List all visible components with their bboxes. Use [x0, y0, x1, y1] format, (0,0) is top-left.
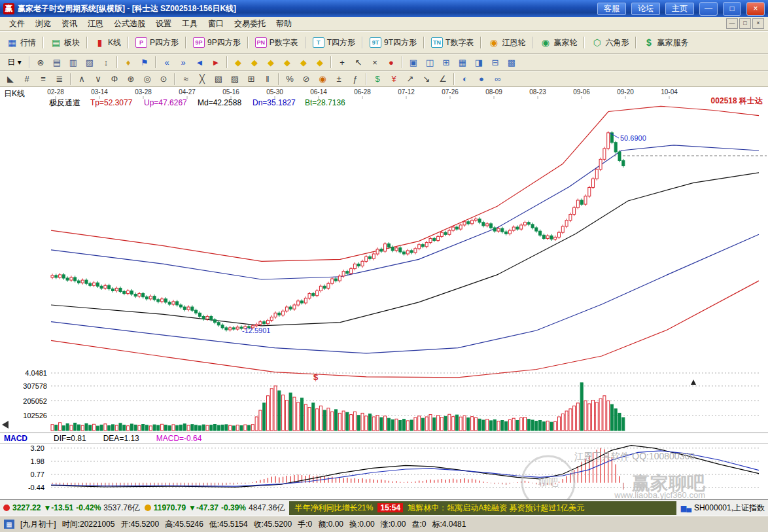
table-icon[interactable]: ▥ [65, 55, 81, 69]
rewind-icon[interactable]: « [159, 55, 175, 69]
ratio-tool-icon[interactable]: ⊘ [298, 72, 314, 86]
panel-icon[interactable]: ⊟ [487, 55, 503, 69]
toolbar-button-T四方形[interactable]: TT四方形 [309, 35, 359, 50]
percent-tool-icon[interactable]: % [282, 72, 298, 86]
toolbar-button-六角形[interactable]: ⬡六角形 [587, 35, 633, 50]
menu-item-0[interactable]: 文件 [4, 17, 30, 31]
gann-diamond-5-icon[interactable]: ◆ [296, 55, 311, 69]
parallel-lines-icon[interactable]: ‖ [260, 72, 275, 86]
formula-icon[interactable]: ƒ [347, 72, 363, 86]
toolbar-button-9P四方形[interactable]: 9P9P四方形 [189, 35, 245, 50]
macd-dif-value: DIF=0.81 [54, 434, 86, 443]
toolbar-button-P四方形[interactable]: PP四方形 [131, 35, 183, 50]
memo-icon[interactable]: ▤ [49, 55, 65, 69]
new-window-icon[interactable]: ▣ [406, 55, 421, 69]
index-shanghai[interactable]: 3227.22 ▼-13.51 -0.42% 3537.76亿 [3, 503, 140, 514]
shade-tool-icon[interactable]: ▧ [211, 72, 226, 86]
pointer-icon[interactable]: ↖ [351, 55, 366, 69]
grid-window-icon[interactable]: ⊞ [438, 55, 454, 69]
menu-item-3[interactable]: 江恩 [82, 17, 109, 31]
forward-icon[interactable]: » [175, 55, 191, 69]
compass-icon[interactable]: ⊗ [33, 55, 48, 69]
uptrend-line-icon[interactable]: ↗ [402, 72, 418, 86]
toolbar-button-赢家服务[interactable]: $赢家服务 [639, 35, 692, 50]
target-tool-icon[interactable]: ◉ [315, 72, 330, 86]
wave-tool-icon[interactable]: ≈ [178, 72, 194, 86]
cross-lines-icon[interactable]: ╳ [194, 72, 210, 86]
minimize-button[interactable]: — [699, 2, 718, 16]
hline-tool-icon[interactable]: ≡ [35, 72, 51, 86]
fan-tool-icon[interactable]: ≣ [52, 72, 67, 86]
half-cycle-icon[interactable]: ◐ [457, 72, 473, 86]
menu-item-5[interactable]: 设置 [150, 17, 177, 31]
customer-service-button[interactable]: 客服 [597, 3, 626, 15]
toolbar-button-9T四方形[interactable]: 9T9T四方形 [366, 35, 421, 50]
angle-tool-icon[interactable]: ◣ [3, 72, 18, 86]
theme-icon[interactable]: ▩ [504, 55, 519, 69]
svg-text:09-20: 09-20 [617, 88, 634, 96]
gann-diamond-6-icon[interactable]: ◆ [312, 55, 328, 69]
peak-tool-icon[interactable]: ∧ [74, 72, 90, 86]
plus-minus-icon[interactable]: ± [331, 72, 347, 86]
gann-diamond-3-icon[interactable]: ◆ [263, 55, 279, 69]
forum-button[interactable]: 论坛 [631, 3, 660, 15]
toolbar-button-K线[interactable]: ▮K线 [90, 35, 125, 50]
gann-diamond-4-icon[interactable]: ◆ [279, 55, 295, 69]
cycle-circle-icon[interactable]: ⊕ [123, 72, 139, 86]
menu-item-6[interactable]: 工具 [177, 17, 203, 31]
menu-item-7[interactable]: 窗口 [203, 17, 229, 31]
homepage-button[interactable]: 主页 [665, 3, 694, 15]
downtrend-line-icon[interactable]: ↘ [419, 72, 434, 86]
menu-item-1[interactable]: 浏览 [30, 17, 56, 31]
box-grid-icon[interactable]: ⊞ [243, 72, 259, 86]
mdi-minimize-button[interactable]: — [726, 18, 738, 29]
red-sphere-icon[interactable]: ● [383, 55, 399, 69]
gann-circle-icon[interactable]: ◎ [139, 72, 155, 86]
toolbar-button-江恩轮[interactable]: ◉江恩轮 [484, 35, 529, 50]
erase-icon[interactable]: × [367, 55, 383, 69]
hatch-tool-icon[interactable]: ▨ [227, 72, 243, 86]
period-selector[interactable]: 日 ▾ [3, 55, 26, 69]
key-icon[interactable]: ♦ [120, 55, 136, 69]
toolbar-button-行情[interactable]: ▦行情 [3, 35, 40, 50]
split-window-icon[interactable]: ◫ [422, 55, 438, 69]
bottom-segment-4: 低:45.5154 [209, 519, 248, 530]
close-button[interactable]: × [746, 2, 765, 16]
index-shenzhen[interactable]: 11970.79 ▼-47.37 -0.39% 4847.36亿 [145, 503, 285, 514]
flag-icon[interactable]: ⚑ [137, 55, 152, 69]
next-bar-icon[interactable]: ► [208, 55, 224, 69]
separator [584, 37, 585, 48]
golden-ratio-icon[interactable]: Φ [107, 72, 122, 86]
gann-angle-icon[interactable]: ∠ [435, 72, 451, 86]
crosshair-icon[interactable]: + [334, 55, 350, 69]
mdi-restore-button[interactable]: □ [739, 18, 751, 29]
news-ticker[interactable]: 半年净利同比增长21% 15:54 旭辉林中：瓴寓启动A轮融资 募资预计超过1亿… [289, 501, 676, 515]
gann-grid-icon[interactable]: # [19, 72, 35, 86]
toolbar-button-赢家轮[interactable]: ◉赢家轮 [536, 35, 581, 50]
cny-label-icon[interactable]: ¥ [386, 72, 402, 86]
infinity-icon[interactable]: ∞ [490, 72, 506, 86]
current-index-selector[interactable]: ▆▄ SH000001,上证指数 [681, 503, 765, 514]
menu-item-9[interactable]: 帮助 [271, 17, 297, 31]
time-circle-icon[interactable]: ⊙ [156, 72, 171, 86]
toolbar-button-T数字表[interactable]: TNT数字表 [427, 35, 478, 50]
maximize-button[interactable]: □ [723, 2, 741, 16]
toolbar-button-P数字表[interactable]: PNP数字表 [251, 35, 302, 50]
menu-item-4[interactable]: 公式选股 [109, 17, 150, 31]
gann-diamond-2-icon[interactable]: ◆ [247, 55, 262, 69]
scale-toggle-icon[interactable]: ↕ [98, 55, 114, 69]
report-icon[interactable]: ▦ [455, 55, 470, 69]
prev-bar-icon[interactable]: ◄ [192, 55, 207, 69]
toolbar-button-板块[interactable]: ▤板块 [46, 35, 84, 50]
price-label-icon[interactable]: $ [370, 72, 385, 86]
menu-item-8[interactable]: 交易委托 [229, 17, 271, 31]
macd-title[interactable]: MACD [4, 434, 27, 443]
grid-icon[interactable]: ▦ [4, 520, 14, 529]
menu-item-2[interactable]: 资讯 [56, 17, 82, 31]
globe-icon[interactable]: ● [474, 72, 489, 86]
snapshot-icon[interactable]: ◨ [471, 55, 487, 69]
trough-tool-icon[interactable]: ∨ [90, 72, 106, 86]
overlay-icon[interactable]: ▨ [82, 55, 97, 69]
mdi-close-button[interactable]: × [752, 18, 764, 29]
gann-diamond-1-icon[interactable]: ◆ [230, 55, 246, 69]
